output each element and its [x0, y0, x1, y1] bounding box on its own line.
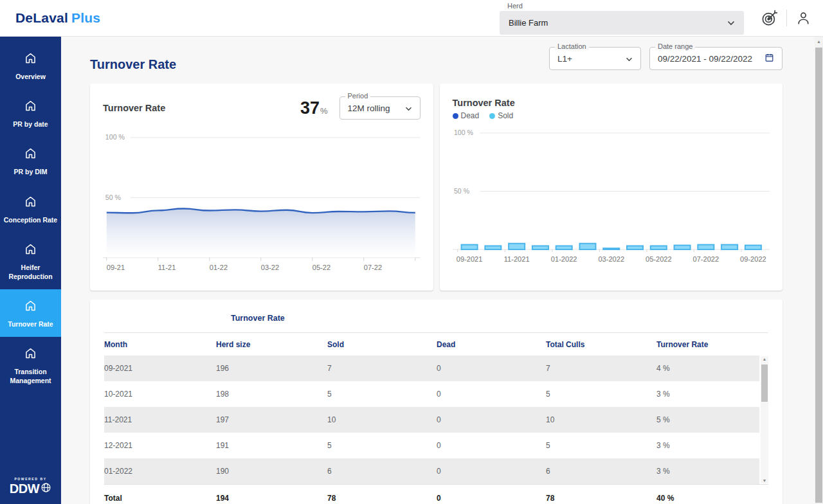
sidebar-items: OverviewPR by datePR by DIMConception Ra…	[0, 42, 61, 394]
charts-row: Turnover Rate 37 % Period 12M rolling 10…	[90, 84, 782, 291]
sidebar-item-heifer-reproduction[interactable]: Heifer Reproduction	[0, 233, 61, 289]
ddw-logo-text: DDW	[10, 482, 39, 496]
legend-item-dead[interactable]: Dead	[453, 111, 480, 120]
table-cell: 0	[437, 364, 546, 373]
page-title: Turnover Rate	[90, 57, 176, 72]
home-icon	[24, 51, 37, 68]
brand-secondary: Plus	[71, 10, 100, 25]
table-cell: 12-2021	[104, 441, 216, 450]
calendar-icon[interactable]	[764, 53, 774, 64]
svg-text:50 %: 50 %	[453, 187, 469, 195]
sidebar-item-transition-management[interactable]: Transition Management	[0, 337, 61, 393]
table-cell: 5	[327, 390, 437, 399]
table-header-cell: Turnover Rate	[656, 340, 768, 349]
date-range-field[interactable]: Date range 09/22/2021 - 09/22/2022	[649, 47, 782, 70]
table-total-cell: Total	[104, 494, 216, 503]
topbar: DeLavalPlus Herd Billie Farm	[0, 0, 823, 37]
table-cell: 0	[437, 467, 546, 476]
table-cell: 198	[216, 390, 327, 399]
svg-text:03-22: 03-22	[261, 264, 279, 271]
ddw-logo: POWERED BY DDW	[0, 472, 61, 504]
kpi-unit: %	[320, 106, 328, 116]
sidebar-item-label: Conception Rate	[4, 215, 57, 224]
table-row[interactable]: 09-20211967074 %	[104, 356, 759, 381]
turnover-kpi: 37 %	[300, 98, 328, 118]
table-cell: 196	[216, 364, 327, 373]
period-select[interactable]: Period 12M rolling	[339, 96, 421, 120]
turnover-bar-chart: 100 %50 %09-202111-202101-202203-202205-…	[453, 127, 770, 272]
svg-text:05-22: 05-22	[312, 264, 330, 271]
sidebar-item-overview[interactable]: Overview	[0, 42, 61, 89]
table-scroll-thumb[interactable]	[761, 364, 768, 402]
table-cell: 7	[327, 364, 437, 373]
table-cell: 09-2021	[104, 364, 216, 373]
table-row[interactable]: 01-20221906063 %	[104, 458, 759, 484]
brand-primary: DeLaval	[15, 10, 68, 25]
home-icon	[24, 299, 37, 315]
svg-text:100 %: 100 %	[105, 133, 125, 141]
table-cell: 3 %	[656, 467, 759, 476]
sidebar-item-pr-by-dim[interactable]: PR by DIM	[0, 137, 61, 184]
page-scroll-thumb[interactable]	[815, 48, 822, 503]
table-row[interactable]: 12-20211915053 %	[104, 433, 759, 458]
sidebar-item-pr-by-date[interactable]: PR by date	[0, 89, 61, 137]
table-header-cell: Month	[104, 340, 216, 349]
target-icon[interactable]	[761, 10, 778, 27]
home-icon	[24, 99, 37, 115]
table-total-cell: 78	[327, 494, 437, 503]
herd-select-group: Herd Billie Farm	[500, 2, 744, 35]
page-header: Turnover Rate Lactation L1+ Date range 0…	[90, 47, 782, 72]
sidebar-item-label: Heifer Reproduction	[3, 263, 59, 281]
home-icon	[24, 195, 37, 211]
date-range-label: Date range	[655, 42, 695, 50]
table-total-cell: 194	[216, 494, 327, 503]
sidebar-item-conception-rate[interactable]: Conception Rate	[0, 185, 61, 233]
table-body: 09-20211967074 %10-20211985053 %11-20211…	[104, 356, 768, 484]
turnover-bar-card: Turnover Rate DeadSold 100 %50 %09-20211…	[440, 84, 783, 291]
chevron-down-icon	[727, 18, 735, 28]
turnover-line-card: Turnover Rate 37 % Period 12M rolling 10…	[90, 84, 433, 291]
table-row[interactable]: 11-2021197100105 %	[104, 407, 759, 433]
table-cell: 5	[546, 441, 656, 450]
table-row[interactable]: 10-20211985053 %	[104, 381, 759, 407]
table-cell: 4 %	[656, 364, 759, 373]
table-cell: 5 %	[656, 415, 759, 424]
table-title: Turnover Rate	[104, 300, 768, 332]
herd-select[interactable]: Billie Farm	[500, 11, 744, 35]
main-content: Turnover Rate Lactation L1+ Date range 0…	[61, 37, 823, 504]
sidebar-item-label: PR by date	[13, 120, 48, 129]
table-header-cell: Dead	[437, 340, 546, 349]
svg-text:07-22: 07-22	[364, 264, 382, 271]
table-cell: 6	[546, 467, 656, 476]
table-cell: 10	[327, 415, 437, 424]
herd-value: Billie Farm	[509, 18, 548, 28]
herd-label: Herd	[507, 2, 744, 10]
scroll-up-icon[interactable]: ▲	[761, 357, 768, 361]
scroll-down-icon[interactable]: ▼	[761, 478, 768, 483]
svg-text:09-2021: 09-2021	[456, 255, 482, 263]
account-icon[interactable]	[795, 10, 811, 26]
table-cell: 5	[327, 441, 437, 450]
table-cell: 191	[216, 441, 327, 450]
period-label: Period	[345, 92, 371, 100]
svg-text:11-2021: 11-2021	[503, 255, 529, 263]
sidebar-item-turnover-rate[interactable]: Turnover Rate	[0, 289, 61, 337]
home-icon	[24, 242, 37, 258]
powered-by-label: POWERED BY	[14, 477, 46, 481]
page-scrollbar[interactable]: ▲	[815, 37, 823, 504]
scroll-up-icon[interactable]: ▲	[815, 39, 823, 44]
table-cell: 5	[546, 390, 656, 399]
app-shell: OverviewPR by datePR by DIMConception Ra…	[0, 37, 823, 504]
legend-item-sold[interactable]: Sold	[489, 111, 513, 120]
lactation-value: L1+	[557, 54, 572, 64]
lactation-select[interactable]: Lactation L1+	[549, 47, 641, 70]
legend-label: Sold	[498, 111, 513, 120]
table-cell: 3 %	[656, 390, 759, 399]
sidebar-nav: OverviewPR by datePR by DIMConception Ra…	[0, 37, 61, 504]
chevron-down-icon	[626, 54, 633, 64]
table-scrollbar[interactable]: ▲ ▼	[761, 356, 768, 483]
table-header-row: MonthHerd sizeSoldDeadTotal CullsTurnove…	[104, 333, 768, 356]
sidebar-item-label: Turnover Rate	[8, 320, 53, 328]
table-cell: 0	[437, 441, 546, 450]
bar-chart-title: Turnover Rate	[453, 98, 770, 108]
